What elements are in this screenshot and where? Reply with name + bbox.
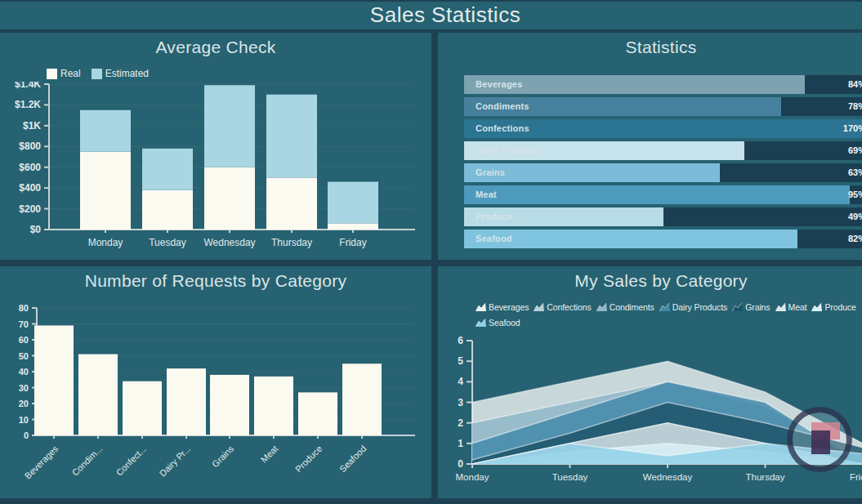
stat-bar-value: 63% — [848, 163, 862, 182]
stat-bar-row-seafood: Seafood82% — [464, 230, 862, 248]
legend-label: Produce — [824, 302, 855, 312]
stat-bar-row-beverages: Beverages84% — [464, 75, 862, 94]
stat-bar-value: 84% — [848, 75, 862, 94]
legend-label: Meat — [788, 302, 807, 312]
svg-text:Grains: Grains — [210, 444, 236, 470]
svg-text:Seafood: Seafood — [337, 444, 368, 474]
magnifier-purple-square — [811, 430, 830, 454]
average-check-svg: $0$200$400$600$800$1K$1.2K$1.4KMondayTue… — [0, 82, 431, 257]
legend-item-beverages[interactable]: Beverages — [476, 302, 529, 312]
svg-text:4: 4 — [458, 376, 463, 387]
legend-label: Seafood — [489, 318, 520, 328]
svg-text:Tuesday: Tuesday — [149, 237, 186, 248]
stat-bar-label: Confections — [476, 119, 529, 138]
magnifier-flag-icon — [787, 407, 852, 472]
legend-label: Confections — [547, 302, 591, 312]
legend-label: Dairy Products — [672, 302, 727, 312]
svg-text:70: 70 — [19, 319, 29, 329]
svg-text:Dairy Pr...: Dairy Pr... — [158, 444, 193, 479]
legend-item-seafood[interactable]: Seafood — [476, 318, 520, 328]
legend-item-meat[interactable]: Meat — [775, 302, 807, 312]
legend-label: Estimated — [105, 68, 149, 79]
stat-bar-value: 49% — [848, 207, 862, 226]
panel-requests-by-category: Number of Requests by Category 010203040… — [0, 266, 431, 498]
svg-text:Condim...: Condim... — [70, 444, 105, 478]
average-check-title: Average Check — [0, 33, 431, 57]
svg-text:80: 80 — [19, 303, 29, 313]
dashboard-root: Sales Statistics Average Check RealEstim… — [0, 0, 862, 504]
statistics-title: Statistics — [438, 33, 862, 57]
svg-text:$0: $0 — [30, 224, 42, 235]
stat-bar-row-grains: Grains63% — [464, 163, 862, 182]
svg-text:$200: $200 — [19, 203, 41, 215]
legend-item-produce[interactable]: Produce — [811, 302, 855, 312]
legend-item-estimated[interactable]: Estimated — [92, 68, 149, 79]
svg-text:Confect...: Confect... — [114, 444, 149, 478]
svg-text:Monday: Monday — [456, 472, 489, 482]
svg-text:40: 40 — [19, 367, 29, 377]
legend-item-grains[interactable]: Grains — [732, 302, 770, 312]
svg-text:30: 30 — [19, 383, 29, 393]
svg-text:0: 0 — [24, 430, 29, 440]
svg-text:50: 50 — [19, 351, 29, 361]
svg-text:10: 10 — [19, 415, 29, 425]
svg-text:Meat: Meat — [259, 444, 280, 465]
panel-average-check: Average Check RealEstimated $0$200$400$6… — [0, 33, 431, 260]
legend-label: Real — [60, 68, 81, 79]
svg-text:Wednesday: Wednesday — [643, 472, 693, 482]
svg-text:Produce: Produce — [293, 444, 324, 474]
stat-bar-value: 170% — [843, 119, 862, 138]
my-sales-title: My Sales by Category — [438, 266, 862, 291]
legend-label: Grains — [745, 302, 770, 312]
svg-text:Thursday: Thursday — [746, 472, 785, 482]
stat-bar-value: 82% — [848, 230, 862, 248]
stat-bar-row-meat: Meat95% — [464, 185, 862, 204]
stat-bar-label: Meat — [476, 185, 497, 204]
stat-bar-fill — [464, 185, 850, 204]
stat-bar-label: Produce — [476, 207, 512, 226]
svg-text:$400: $400 — [19, 182, 41, 194]
svg-text:Friday: Friday — [339, 237, 366, 248]
svg-text:60: 60 — [19, 335, 29, 345]
legend-item-condiments[interactable]: Condiments — [596, 302, 654, 312]
svg-text:3: 3 — [458, 397, 463, 408]
stat-bar-row-produce: Produce49% — [464, 207, 862, 226]
stat-bar-row-condiments: Condiments78% — [464, 97, 862, 116]
svg-text:Friday: Friday — [850, 472, 862, 482]
legend-item-real[interactable]: Real — [47, 68, 81, 79]
statistics-bar-list: Beverages84%Condiments78%Confections170%… — [464, 75, 862, 252]
requests-title: Number of Requests by Category — [0, 266, 431, 291]
stat-bar-row-dairy-products: Dairy Products69% — [464, 141, 862, 160]
legend-label: Condiments — [610, 302, 654, 312]
legend-swatch — [92, 69, 102, 79]
svg-text:Thursday: Thursday — [271, 237, 312, 248]
my-sales-legend: BeveragesConfectionsCondimentsDairy Prod… — [476, 302, 862, 328]
stat-bar-label: Beverages — [476, 75, 522, 94]
stat-bar-label: Condiments — [476, 97, 529, 116]
panel-statistics: Statistics Beverages84%Condiments78%Conf… — [438, 33, 862, 260]
page-title: Sales Statistics — [0, 2, 862, 29]
page-header: Sales Statistics — [0, 0, 862, 29]
svg-text:$1.2K: $1.2K — [15, 99, 41, 110]
average-check-legend: RealEstimated — [47, 68, 149, 79]
svg-text:Tuesday: Tuesday — [552, 472, 588, 482]
area-series-icon — [596, 303, 607, 311]
area-series-icon — [659, 303, 670, 311]
svg-text:Monday: Monday — [88, 237, 123, 248]
area-series-icon — [534, 303, 544, 311]
legend-item-dairy-products[interactable]: Dairy Products — [659, 302, 727, 312]
requests-by-category-chart: 01020304050607080BeveragesCondim...Confe… — [0, 299, 431, 502]
area-series-icon — [476, 319, 486, 327]
stat-bar-label: Seafood — [476, 230, 512, 248]
svg-text:2: 2 — [458, 417, 463, 429]
stat-bar-label: Dairy Products — [476, 141, 542, 160]
legend-label: Beverages — [489, 302, 529, 312]
legend-item-confections[interactable]: Confections — [534, 302, 591, 312]
requests-svg: 01020304050607080BeveragesCondim...Confe… — [0, 299, 431, 498]
svg-text:0: 0 — [458, 458, 463, 470]
svg-text:$1K: $1K — [23, 120, 41, 132]
legend-swatch — [47, 69, 57, 79]
stat-bar-row-confections: Confections170% — [464, 119, 862, 138]
area-series-icon — [811, 303, 822, 311]
stat-bar-value: 95% — [848, 185, 862, 204]
